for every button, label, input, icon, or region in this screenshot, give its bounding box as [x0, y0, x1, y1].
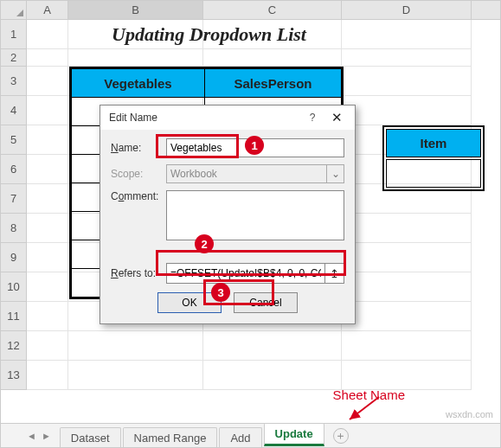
row-header[interactable]: 1	[1, 20, 27, 49]
item-table: Item	[382, 125, 485, 191]
cell[interactable]	[27, 214, 68, 243]
callout-badge-2: 2	[195, 234, 214, 253]
name-label: NName:ame:	[111, 142, 166, 154]
refersto-label: Refers to:Refers to:	[111, 267, 166, 279]
cell[interactable]	[68, 49, 203, 67]
tab-update[interactable]: Update	[264, 423, 324, 446]
cell[interactable]	[27, 331, 68, 361]
row-header[interactable]: 2	[1, 49, 27, 67]
cell[interactable]	[27, 125, 68, 155]
cell[interactable]	[27, 243, 68, 272]
help-icon[interactable]: ?	[301, 112, 324, 124]
callout-badge-3: 3	[211, 283, 230, 302]
comment-input[interactable]	[166, 190, 344, 240]
row-header[interactable]: 3	[1, 67, 27, 96]
col-header-D[interactable]: D	[342, 1, 472, 19]
col-header-A[interactable]: A	[27, 1, 68, 19]
dialog-titlebar[interactable]: Edit Name ? ✕	[100, 106, 355, 130]
excel-window: A B C D 1 Updating Dropdown List 2 3 4 5…	[0, 0, 501, 448]
col-header-C[interactable]: C	[203, 1, 342, 19]
cell[interactable]	[342, 272, 472, 302]
cell[interactable]	[342, 20, 472, 49]
cell-item[interactable]	[386, 159, 481, 188]
row-header[interactable]: 6	[1, 155, 27, 184]
cancel-button[interactable]: Cancel	[234, 292, 298, 313]
cell[interactable]	[27, 155, 68, 184]
tab-named-range[interactable]: Named Range	[123, 427, 218, 448]
cell[interactable]	[342, 214, 472, 243]
refersto-input[interactable]	[167, 264, 324, 283]
cell[interactable]	[27, 49, 68, 67]
cell[interactable]	[27, 96, 68, 125]
nav-prev-icon[interactable]: ◄	[27, 431, 36, 441]
cell[interactable]	[342, 67, 472, 96]
cell[interactable]	[342, 49, 472, 67]
row-header[interactable]: 8	[1, 214, 27, 243]
cell[interactable]	[27, 272, 68, 302]
cell[interactable]	[27, 302, 68, 331]
scope-label: Scope:	[111, 168, 166, 180]
title-cell[interactable]: Updating Dropdown List	[68, 20, 203, 49]
cell[interactable]	[203, 49, 342, 67]
dialog-title: Edit Name	[109, 112, 301, 124]
row-header[interactable]: 9	[1, 243, 27, 272]
sheet-tabs: ◄► Dataset Named Range Add Update ＋	[1, 423, 500, 447]
tab-add[interactable]: Add	[219, 427, 261, 448]
scope-select: Workbook ⌄	[166, 164, 344, 183]
cell[interactable]	[342, 302, 472, 331]
select-all-corner[interactable]	[1, 1, 27, 19]
add-sheet-icon[interactable]: ＋	[333, 428, 349, 444]
callout-badge-1: 1	[245, 136, 264, 155]
tab-nav[interactable]: ◄►	[27, 424, 60, 447]
cell[interactable]	[68, 331, 203, 361]
cell[interactable]	[342, 96, 472, 125]
cell[interactable]	[27, 361, 68, 390]
cell[interactable]	[342, 331, 472, 361]
cell[interactable]	[27, 20, 68, 49]
header-vegetables[interactable]: Vegetables	[72, 69, 205, 98]
header-item[interactable]: Item	[386, 129, 481, 157]
chevron-down-icon: ⌄	[326, 165, 344, 182]
cell[interactable]	[27, 67, 68, 96]
comment-label: Comment:Comment:	[111, 190, 166, 202]
nav-next-icon[interactable]: ►	[42, 431, 51, 441]
cell[interactable]	[342, 361, 472, 390]
cell[interactable]	[203, 20, 342, 49]
column-header-row: A B C D	[1, 1, 500, 20]
row-header[interactable]: 4	[1, 96, 27, 125]
cell[interactable]	[203, 361, 342, 390]
col-header-B[interactable]: B	[68, 1, 203, 19]
annotation-sheet-name: Sheet Name	[333, 387, 405, 402]
range-picker-icon[interactable]: ↥	[324, 264, 344, 283]
row-header[interactable]: 5	[1, 125, 27, 155]
tab-dataset[interactable]: Dataset	[60, 427, 121, 448]
watermark: wsxdn.com	[446, 409, 493, 419]
row-header[interactable]: 7	[1, 184, 27, 214]
row-header[interactable]: 13	[1, 361, 27, 390]
row-header[interactable]: 12	[1, 331, 27, 361]
row-header[interactable]: 11	[1, 302, 27, 331]
header-salesperson[interactable]: SalesPerson	[205, 69, 342, 98]
cell[interactable]	[27, 184, 68, 214]
close-icon[interactable]: ✕	[324, 110, 350, 125]
cell[interactable]	[203, 331, 342, 361]
scope-value: Workbook	[170, 168, 217, 180]
cell[interactable]	[342, 243, 472, 272]
row-header[interactable]: 10	[1, 272, 27, 302]
cell[interactable]	[68, 361, 203, 390]
